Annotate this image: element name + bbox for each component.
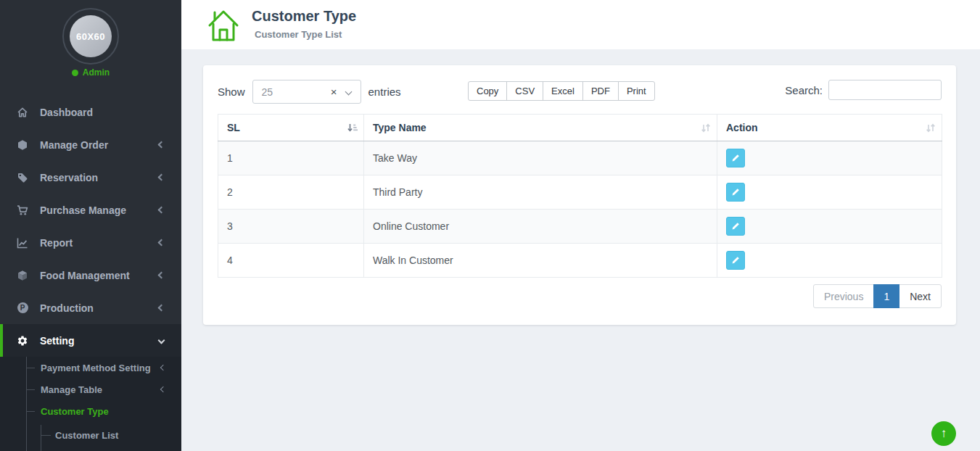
chevron-left-icon	[160, 365, 166, 371]
edit-button[interactable]	[726, 149, 745, 167]
cell-type-name: Take Way	[364, 141, 717, 175]
edit-button[interactable]	[726, 183, 745, 202]
next-page-button[interactable]: Next	[899, 284, 942, 308]
cell-sl: 4	[218, 244, 364, 278]
entries-length-control: Show 25 × entries	[218, 80, 401, 104]
customer-type-card: Show 25 × entries Copy CSV Excel PDF Pri…	[203, 65, 956, 325]
entries-select[interactable]: 25 ×	[252, 80, 361, 104]
search-input[interactable]	[828, 80, 942, 100]
search-label: Search:	[785, 84, 823, 96]
table-search-control: Search:	[785, 80, 942, 100]
chevron-left-icon	[158, 207, 165, 214]
sidebar-item-setting[interactable]: Setting	[0, 324, 181, 357]
sidebar-item-label: Dashboard	[40, 107, 93, 118]
chevron-left-icon	[158, 239, 165, 247]
cart-icon	[16, 204, 29, 216]
sidebar-item-dashboard[interactable]: Dashboard	[0, 96, 181, 128]
table-row: 1 Take Way	[218, 141, 942, 175]
home-icon	[16, 107, 29, 118]
chevron-left-icon	[158, 174, 165, 181]
chevron-left-icon	[160, 386, 166, 392]
sidebar-item-label: Production	[40, 302, 94, 314]
sidebar-subitem-manage-table[interactable]: Manage Table	[0, 378, 181, 400]
table-header-row: SL Type Name Action	[218, 115, 942, 141]
home-page-icon	[207, 7, 240, 46]
cell-type-name: Third Party	[364, 175, 717, 210]
admin-status: Admin	[0, 67, 181, 78]
previous-page-button[interactable]: Previous	[813, 284, 874, 308]
package-icon	[16, 270, 29, 281]
sidebar-subitem-customer-list[interactable]: Customer List	[0, 422, 181, 448]
column-header-type-name[interactable]: Type Name	[364, 115, 717, 141]
cell-type-name: Online Customer	[364, 210, 717, 244]
sidebar-item-reservation[interactable]: Reservation	[0, 161, 181, 194]
sidebar-item-label: Report	[40, 237, 73, 249]
production-badge: P	[17, 302, 28, 313]
avatar[interactable]: 60X60	[62, 8, 119, 65]
sidebar-item-label: Food Management	[40, 270, 130, 281]
cell-action	[717, 141, 942, 175]
page-1-button[interactable]: 1	[873, 284, 899, 308]
subitem-label: Customer List	[55, 430, 118, 441]
column-header-sl[interactable]: SL	[218, 115, 364, 141]
page-title: Customer Type	[252, 8, 356, 25]
chevron-left-icon	[158, 305, 165, 312]
cell-sl: 1	[218, 141, 364, 175]
customer-type-table: SL Type Name Action	[218, 114, 942, 278]
sidebar-subitem-customer-type[interactable]: Customer Type	[0, 400, 181, 422]
table-row: 2 Third Party	[218, 175, 942, 210]
entries-selected-value: 25	[262, 86, 273, 98]
subitem-label: Customer Type	[41, 406, 109, 417]
table-row: 4 Walk In Customer	[218, 244, 942, 278]
sidebar: 60X60 Admin Dashboard Manage Order Reser…	[0, 0, 181, 451]
export-button-group: Copy CSV Excel PDF Print	[468, 81, 655, 101]
sidebar-item-manage-order[interactable]: Manage Order	[0, 128, 181, 161]
show-label: Show	[218, 86, 245, 98]
sidebar-subitem-payment-method-setting[interactable]: Payment Method Setting	[0, 357, 181, 378]
cell-action	[717, 244, 942, 278]
column-header-action[interactable]: Action	[717, 115, 942, 141]
cell-sl: 3	[218, 210, 364, 244]
sidebar-menu: Dashboard Manage Order Reservation Purch…	[0, 96, 181, 357]
chevron-left-icon	[158, 272, 165, 279]
chart-line-icon	[16, 237, 29, 249]
sidebar-item-label: Manage Order	[40, 139, 108, 151]
entries-label: entries	[368, 86, 401, 98]
scroll-to-top-button[interactable]: ↑	[931, 421, 956, 446]
cube-icon	[16, 139, 29, 151]
select-caret-icon	[345, 88, 352, 96]
sidebar-item-label: Setting	[40, 335, 74, 347]
cell-action	[717, 210, 942, 244]
breadcrumb: Customer Type List	[255, 29, 342, 40]
sort-both-icon	[701, 123, 711, 136]
clear-selection-icon[interactable]: ×	[331, 86, 337, 97]
excel-button[interactable]: Excel	[543, 81, 583, 101]
sidebar-item-label: Purchase Manage	[40, 204, 126, 216]
avatar-placeholder: 60X60	[70, 15, 112, 57]
sort-both-icon	[926, 123, 936, 136]
sidebar-item-purchase-manage[interactable]: Purchase Manage	[0, 194, 181, 226]
csv-button[interactable]: CSV	[506, 81, 543, 101]
chevron-left-icon	[158, 141, 165, 149]
chevron-down-icon	[158, 337, 165, 344]
cell-action	[717, 175, 942, 210]
print-button[interactable]: Print	[618, 81, 655, 101]
pagination: Previous 1 Next	[814, 284, 942, 308]
setting-submenu: Payment Method Setting Manage Table Cust…	[0, 357, 181, 451]
edit-button[interactable]	[726, 251, 745, 270]
sidebar-item-report[interactable]: Report	[0, 226, 181, 259]
copy-button[interactable]: Copy	[468, 81, 507, 101]
sidebar-item-production[interactable]: P Production	[0, 291, 181, 324]
sidebar-item-food-management[interactable]: Food Management	[0, 259, 181, 291]
production-circle-icon: P	[16, 302, 29, 313]
pdf-button[interactable]: PDF	[582, 81, 619, 101]
table-row: 3 Online Customer	[218, 210, 942, 244]
subitem-label: Manage Table	[41, 384, 102, 395]
cell-type-name: Walk In Customer	[364, 244, 717, 278]
edit-button[interactable]	[726, 217, 745, 236]
gear-icon	[16, 335, 29, 347]
cell-sl: 2	[218, 175, 364, 210]
subitem-label: Payment Method Setting	[41, 363, 151, 373]
sort-asc-active-icon	[347, 123, 358, 136]
sidebar-item-label: Reservation	[40, 172, 98, 183]
